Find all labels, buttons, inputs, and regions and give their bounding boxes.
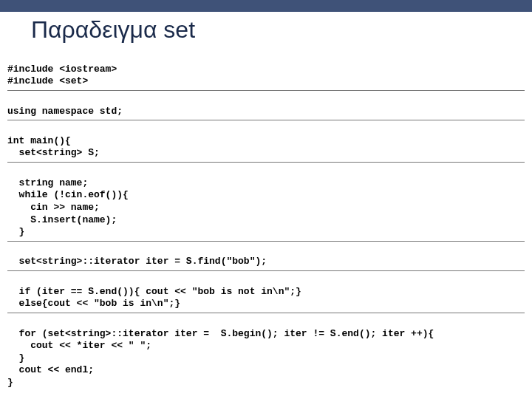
code-line: string name; <box>7 177 88 188</box>
code-line: else{cout << "bob is in\n";} <box>7 298 180 309</box>
separator <box>7 313 525 313</box>
code-line: #include <iostream> <box>7 64 117 75</box>
code-line: } <box>7 377 13 388</box>
code-line: } <box>7 226 24 237</box>
code-line: S.insert(name); <box>7 214 117 225</box>
code-line: for (set<string>::iterator iter = S.begi… <box>7 328 434 339</box>
slide-title: Παραδειγμα set <box>0 12 532 51</box>
code-line: } <box>7 352 24 364</box>
separator <box>7 241 525 242</box>
code-line: cout << endl; <box>7 364 94 375</box>
code-line: using namespace std; <box>7 106 123 117</box>
slide-accent-bar <box>0 0 532 12</box>
separator <box>7 162 525 163</box>
code-line: set<string>::iterator iter = S.find("bob… <box>7 256 267 267</box>
code-line: if (iter == S.end()){ cout << "bob is no… <box>7 286 301 297</box>
code-line: cout << *iter << " "; <box>7 340 151 351</box>
code-line: #include <set> <box>7 75 88 86</box>
separator <box>7 270 525 271</box>
code-line: while (!cin.eof()){ <box>7 189 129 200</box>
code-line: cin >> name; <box>7 202 100 213</box>
code-line: set<string> S; <box>7 147 100 158</box>
code-block: #include <iostream> #include <set> using… <box>0 51 532 389</box>
code-line: int main(){ <box>7 135 71 146</box>
separator <box>7 120 525 120</box>
separator <box>7 90 525 91</box>
